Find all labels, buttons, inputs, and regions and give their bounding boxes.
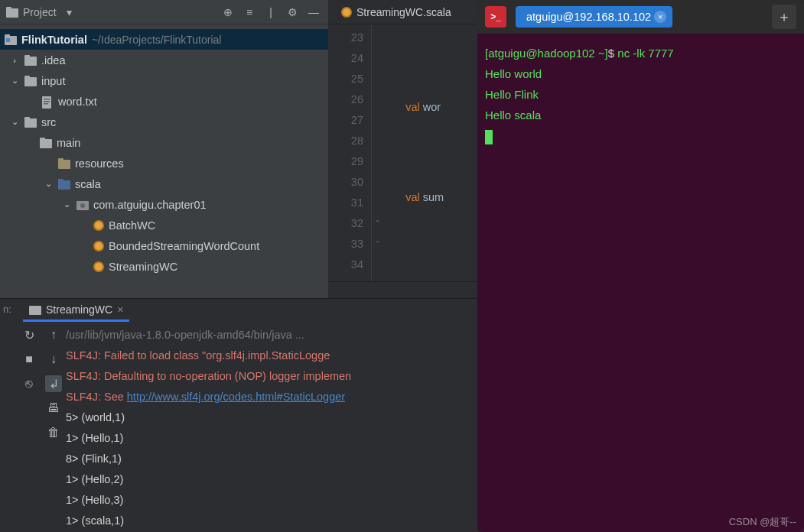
run-toolbar-output: ↑ ↓ ↲ 🖶 🗑: [41, 322, 66, 532]
tree-root[interactable]: FlinkTutorial ~/IdeaProjects/FlinkTutori…: [0, 29, 328, 50]
project-sidebar: Project ▾ ⊕ ≡ | ⚙ — FlinkTutorial ~/Idea…: [0, 0, 329, 298]
close-tab-icon[interactable]: ×: [117, 303, 123, 316]
minimize-icon[interactable]: —: [305, 4, 322, 21]
new-terminal-tab-button[interactable]: ＋: [772, 5, 796, 29]
svg-rect-9: [42, 96, 51, 109]
package-icon: [76, 200, 89, 210]
tree-item[interactable]: ⌄input: [0, 70, 328, 91]
svg-rect-10: [44, 99, 50, 100]
svg-rect-14: [24, 117, 30, 120]
svg-rect-20: [58, 179, 63, 182]
source-folder-icon: [58, 179, 70, 190]
project-tool-label: Project: [23, 6, 57, 18]
scala-object-icon: [93, 220, 104, 231]
fold-column[interactable]: ⌃⌃: [372, 24, 382, 281]
terminal-header: atguigu@192.168.10.102 × ＋: [477, 0, 804, 34]
folder-icon: [24, 76, 37, 86]
chevron-down-icon: ⌄: [9, 76, 20, 86]
folder-icon: [24, 117, 37, 128]
folder-icon: [24, 55, 37, 66]
gear-icon[interactable]: ⚙: [284, 4, 301, 21]
file-icon: [41, 96, 54, 107]
stop-icon[interactable]: ■: [21, 351, 37, 368]
rerun-icon[interactable]: ↻: [21, 326, 37, 343]
svg-point-22: [80, 203, 85, 208]
svg-rect-3: [5, 34, 10, 37]
chevron-down-icon: ⌄: [9, 117, 20, 127]
cursor-icon: [485, 130, 493, 144]
terminal-app-icon: [485, 6, 506, 28]
tree-item[interactable]: ⌄src: [0, 112, 328, 132]
gutter: 232425262728293031323334: [329, 24, 372, 281]
chevron-down-icon: ⌄: [61, 200, 72, 209]
svg-rect-4: [6, 38, 10, 42]
project-tool-header: Project ▾ ⊕ ≡ | ⚙ —: [0, 0, 328, 24]
run-toolbar-left: ↻ ■ ⎋: [17, 322, 41, 532]
scala-object-icon: [93, 261, 104, 272]
terminal-body[interactable]: [atguigu@hadoop102 ~]$ nc -lk 7777 Hello…: [477, 34, 804, 155]
chevron-down-icon: ⌄: [43, 179, 54, 189]
trash-icon[interactable]: 🗑: [45, 424, 62, 441]
svg-rect-6: [24, 55, 30, 58]
terminal-window: atguigu@192.168.10.102 × ＋ [atguigu@hado…: [477, 0, 804, 532]
run-tab[interactable]: StreamingWC ×: [23, 299, 129, 322]
tree-item[interactable]: ›.idea: [0, 50, 328, 70]
tree-item[interactable]: main: [0, 132, 328, 153]
locate-icon[interactable]: ⊕: [220, 4, 236, 21]
tree-item[interactable]: StreamingWC: [0, 256, 328, 277]
divider-icon: |: [262, 4, 279, 21]
svg-rect-11: [44, 101, 50, 102]
editor-tab[interactable]: StreamingWC.scala: [334, 1, 459, 24]
project-icon: [6, 7, 18, 18]
scala-object-icon: [93, 241, 104, 251]
tree-item[interactable]: ⌄scala: [0, 174, 328, 194]
project-tree[interactable]: FlinkTutorial ~/IdeaProjects/FlinkTutori…: [0, 24, 328, 298]
folder-icon: [40, 138, 52, 148]
tree-item[interactable]: resources: [0, 153, 328, 174]
tree-item[interactable]: word.txt: [0, 91, 328, 112]
tree-item[interactable]: ⌄com.atguigu.chapter01: [0, 194, 328, 215]
svg-rect-16: [40, 138, 45, 141]
exit-icon[interactable]: ⎋: [21, 375, 37, 392]
tree-item[interactable]: BoundedStreamingWordCount: [0, 235, 328, 256]
svg-rect-12: [44, 103, 48, 105]
chevron-right-icon: ›: [9, 56, 20, 65]
svg-rect-23: [29, 306, 41, 315]
tree-item[interactable]: BatchWC: [0, 215, 328, 235]
fold-marker-icon[interactable]: ⌃: [372, 234, 382, 255]
dropdown-icon[interactable]: ▾: [61, 4, 78, 21]
fold-marker-icon[interactable]: ⌃: [372, 213, 382, 234]
soft-wrap-icon[interactable]: ↲: [45, 375, 62, 392]
module-icon: [5, 34, 17, 45]
expand-icon[interactable]: ≡: [241, 4, 258, 21]
log-link[interactable]: http://www.slf4j.org/codes.html#StaticLo…: [127, 391, 345, 403]
run-label: n:: [0, 299, 17, 532]
svg-rect-8: [24, 76, 30, 79]
run-config-icon: [29, 304, 41, 315]
svg-rect-1: [6, 7, 11, 10]
svg-rect-18: [58, 158, 63, 161]
close-terminal-tab-icon[interactable]: ×: [654, 11, 666, 23]
down-icon[interactable]: ↓: [45, 351, 62, 368]
watermark: CSDN @超哥--: [729, 515, 796, 529]
print-icon[interactable]: 🖶: [45, 400, 62, 417]
scala-file-icon: [341, 7, 352, 18]
terminal-tab[interactable]: atguigu@192.168.10.102 ×: [516, 6, 672, 28]
resources-folder-icon: [58, 158, 70, 169]
up-icon[interactable]: ↑: [45, 326, 62, 343]
